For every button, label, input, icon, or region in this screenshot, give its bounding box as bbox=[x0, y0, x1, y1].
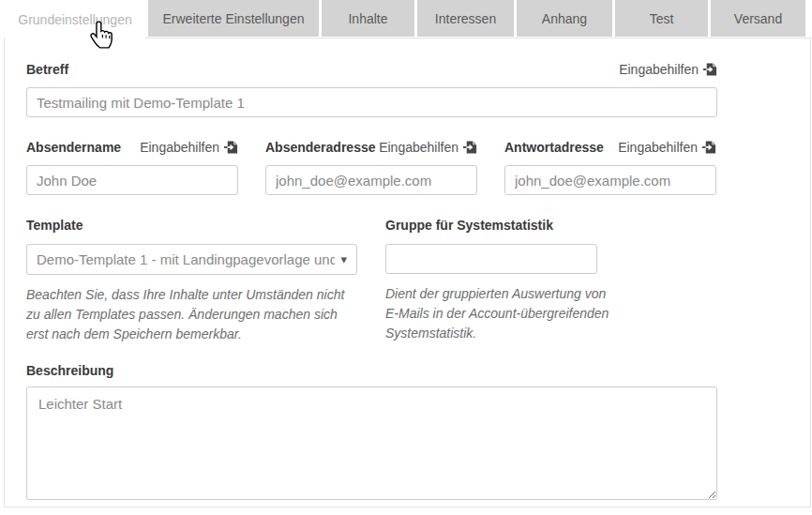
beschreibung-field-group: Beschreibung Leichter Start bbox=[26, 363, 810, 504]
antwortadresse-eingabehilfen-link[interactable]: Eingabehilfen bbox=[618, 140, 716, 155]
absenderadresse-field-group: Absenderadresse Eingabehilfen bbox=[265, 140, 477, 195]
beschreibung-textarea[interactable]: Leichter Start bbox=[26, 386, 717, 500]
absenderadresse-eingabehilfen-link[interactable]: Eingabehilfen bbox=[379, 140, 477, 155]
eingabehilfen-label: Eingabehilfen bbox=[618, 140, 698, 155]
absenderadresse-label: Absenderadresse bbox=[265, 140, 376, 155]
absendername-eingabehilfen-link[interactable]: Eingabehilfen bbox=[140, 140, 238, 155]
absenderadresse-input[interactable] bbox=[265, 165, 477, 195]
template-select[interactable]: Demo-Template 1 - mit Landingpagevorlage… bbox=[26, 244, 357, 275]
tab-bar: Grundeinstellungen Erweiterte Einstellun… bbox=[0, 0, 812, 38]
insert-into-field-icon bbox=[702, 140, 716, 155]
template-selected-value: Demo-Template 1 - mit Landingpagevorlage… bbox=[37, 251, 335, 267]
betreff-label: Betreff bbox=[26, 62, 68, 77]
tab-interessen[interactable]: Interessen bbox=[417, 0, 514, 37]
beschreibung-label: Beschreibung bbox=[26, 363, 810, 378]
gruppe-field-group: Gruppe für Systemstatistik Dient der gru… bbox=[385, 218, 717, 344]
gruppe-systemstatistik-note: Dient der gruppierten Auswertung von E-M… bbox=[385, 284, 612, 343]
tab-erweiterte-einstellungen[interactable]: Erweiterte Einstellungen bbox=[148, 0, 319, 37]
sender-fields-row: Absendername Eingabehilfen bbox=[26, 140, 810, 195]
template-field-group: Template Demo-Template 1 - mit Landingpa… bbox=[26, 218, 357, 344]
betreff-field-group: Betreff Eingabehilfen bbox=[26, 62, 810, 117]
tab-test[interactable]: Test bbox=[615, 0, 708, 37]
eingabehilfen-label: Eingabehilfen bbox=[140, 140, 219, 155]
absendername-input[interactable] bbox=[26, 165, 238, 195]
chevron-down-icon: ▾ bbox=[340, 252, 347, 266]
settings-panel: Betreff Eingabehilfen Absendername bbox=[4, 38, 811, 507]
template-label: Template bbox=[26, 218, 83, 233]
eingabehilfen-label: Eingabehilfen bbox=[619, 62, 699, 77]
betreff-eingabehilfen-link[interactable]: Eingabehilfen bbox=[619, 62, 717, 77]
antwortadresse-field-group: Antwortadresse Eingabehilfen bbox=[504, 140, 716, 195]
tab-inhalte[interactable]: Inhalte bbox=[322, 0, 414, 37]
gruppe-systemstatistik-label: Gruppe für Systemstatistik bbox=[385, 218, 553, 233]
antwortadresse-label: Antwortadresse bbox=[504, 140, 604, 155]
insert-into-field-icon bbox=[463, 140, 477, 155]
gruppe-systemstatistik-input[interactable] bbox=[385, 244, 597, 274]
template-statistik-row: Template Demo-Template 1 - mit Landingpa… bbox=[26, 218, 810, 344]
tab-anhang[interactable]: Anhang bbox=[517, 0, 612, 37]
insert-into-field-icon bbox=[703, 62, 717, 77]
template-note: Beachten Sie, dass Ihre Inhalte unter Um… bbox=[26, 285, 360, 344]
betreff-input[interactable] bbox=[26, 87, 717, 117]
tab-grundeinstellungen[interactable]: Grundeinstellungen bbox=[5, 0, 145, 38]
antwortadresse-input[interactable] bbox=[504, 165, 716, 195]
absendername-field-group: Absendername Eingabehilfen bbox=[26, 140, 238, 195]
eingabehilfen-label: Eingabehilfen bbox=[379, 140, 459, 155]
insert-into-field-icon bbox=[224, 140, 238, 155]
tab-versand[interactable]: Versand bbox=[711, 0, 805, 37]
absendername-label: Absendername bbox=[26, 140, 121, 155]
